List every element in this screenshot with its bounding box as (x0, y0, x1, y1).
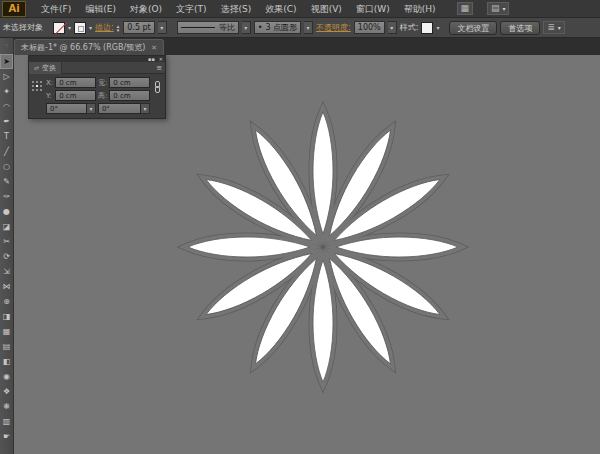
menu-item-2[interactable]: 对象(O) (123, 0, 169, 18)
y-field[interactable]: 0 cm (55, 90, 96, 101)
canvas-area[interactable]: ▪▪ ✕ ⇄ 变换 ≡ (14, 55, 600, 454)
perspective-grid-tool[interactable]: ▦ (0, 324, 13, 339)
eyedropper-tool[interactable]: ◉ (0, 369, 13, 384)
y-label: Y: (46, 92, 53, 100)
profile-label: 等比 (219, 22, 235, 34)
selection-tool[interactable]: ➤ (0, 54, 13, 69)
menu-item-4[interactable]: 选择(S) (214, 0, 259, 18)
type-tool[interactable]: T (0, 129, 13, 144)
control-bar: 未选择对象 ▾ ▾ 描边: ▴▾ 0.5 pt▾ 等比▾ •3 点圆形▾ 不透明… (0, 18, 600, 38)
rotate-dropdown[interactable]: ▾ (87, 103, 96, 114)
menu-item-7[interactable]: 窗口(W) (349, 0, 397, 18)
menubar-right-icons: ▦ ▤ ▾ (457, 2, 510, 15)
brush-dot-icon: • (258, 22, 263, 34)
transform-panel: ▪▪ ✕ ⇄ 变换 ≡ (28, 55, 166, 119)
paintbrush-tool[interactable]: ✑ (0, 189, 13, 204)
constrain-proportions-icon[interactable] (153, 81, 162, 97)
height-field[interactable]: 0 cm (109, 90, 150, 101)
style-dropdown-icon[interactable]: ▾ (436, 24, 439, 31)
scale-tool[interactable]: ⇲ (0, 264, 13, 279)
stroke-width-stepper[interactable]: ▴▾ (117, 24, 120, 32)
preferences-button[interactable]: 首选项 (500, 21, 540, 35)
profile-dropdown[interactable]: ▾ (242, 21, 251, 34)
hand-tool[interactable]: ☛ (0, 429, 13, 444)
stroke-panel-link[interactable]: 描边: (95, 22, 114, 33)
free-transform-tool[interactable]: ⊕ (0, 294, 13, 309)
chevron-down-icon: ▾ (502, 5, 505, 12)
stroke-color-swatch[interactable] (74, 22, 86, 34)
toolbar-grip[interactable]: ⁘ (0, 38, 13, 54)
chevron-down-icon: ▾ (307, 24, 310, 31)
brush-dropdown[interactable]: ▾ (304, 21, 313, 34)
blob-brush-tool[interactable]: ● (0, 204, 13, 219)
opacity-dropdown[interactable]: ▾ (388, 21, 397, 34)
opacity-panel-link[interactable]: 不透明度: (316, 22, 351, 33)
document-setup-button[interactable]: 文档设置 (449, 21, 497, 35)
shear-dropdown[interactable]: ▾ (141, 103, 150, 114)
rotate-tool[interactable]: ⟳ (0, 249, 13, 264)
shape-builder-tool[interactable]: ◨ (0, 309, 13, 324)
pen-tool[interactable]: ✒ (0, 114, 13, 129)
stroke-profile-field[interactable]: 等比 (177, 21, 239, 34)
width-label: 宽: (98, 78, 107, 88)
ellipse-tool[interactable]: ○ (0, 159, 13, 174)
opacity-field[interactable]: 100% (354, 21, 385, 34)
eraser-tool[interactable]: ◪ (0, 219, 13, 234)
menu-item-0[interactable]: 文件(F) (34, 0, 78, 18)
transform-panel-body: X: 0 cm 宽: 0 cm Y: 0 cm 高: 0 cm 0° ▾ (29, 74, 165, 118)
workspace-icon-glyph: ▤ (491, 3, 500, 13)
style-label: 样式: (400, 22, 419, 33)
menu-item-1[interactable]: 编辑(E) (78, 0, 123, 18)
fill-dropdown-icon[interactable]: ▾ (68, 24, 71, 31)
menu-item-6[interactable]: 视图(V) (304, 0, 349, 18)
menu-items: 文件(F)编辑(E)对象(O)文字(T)选择(S)效果(C)视图(V)窗口(W)… (34, 0, 443, 18)
menu-item-5[interactable]: 效果(C) (258, 0, 303, 18)
menu-item-3[interactable]: 文字(T) (169, 0, 214, 18)
x-label: X: (46, 79, 53, 87)
transform-panel-tab[interactable]: ⇄ 变换 (29, 62, 62, 74)
shear-combo[interactable]: 0° ▾ (98, 103, 150, 114)
transform-tab-icon: ⇄ (34, 64, 39, 71)
line-segment-tool[interactable]: ╱ (0, 144, 13, 159)
shear-field[interactable]: 0° (98, 103, 141, 114)
panel-menu-icon[interactable]: ≡ (156, 64, 165, 72)
toolbar-tools: ➤▷✦◠✒T╱○✎✑●◪✂⟳⇲⋈⊕◨▦▤◧◉❖❋▥☛ (0, 54, 13, 444)
menu-bar: Ai 文件(F)编辑(E)对象(O)文字(T)选择(S)效果(C)视图(V)窗口… (0, 0, 600, 18)
rotate-field[interactable]: 0° (46, 103, 87, 114)
bridge-icon[interactable]: ▦ (457, 2, 474, 15)
stepper-down-icon[interactable]: ▾ (117, 28, 120, 32)
document-tab[interactable]: 未标题-1* @ 66.67% (RGB/预览) ✕ (14, 39, 164, 55)
stroke-width-field[interactable]: 0.5 pt (123, 21, 154, 34)
chevron-down-icon: ▾ (244, 24, 247, 31)
stroke-width-dropdown[interactable]: ▾ (158, 21, 167, 34)
stroke-dropdown-icon[interactable]: ▾ (89, 24, 92, 31)
close-panel-icon[interactable]: ✕ (159, 57, 163, 62)
profile-line-icon (181, 27, 215, 28)
menu-item-8[interactable]: 帮助(H) (397, 0, 443, 18)
width-tool[interactable]: ⋈ (0, 279, 13, 294)
fill-color-swatch[interactable] (53, 22, 65, 34)
scissors-tool[interactable]: ✂ (0, 234, 13, 249)
style-swatch[interactable] (421, 22, 433, 34)
app-logo-icon: Ai (2, 1, 26, 17)
gradient-tool[interactable]: ◧ (0, 354, 13, 369)
workspace-switcher-icon[interactable]: ▤ ▾ (487, 2, 509, 15)
symbol-sprayer-tool[interactable]: ❋ (0, 399, 13, 414)
rotate-combo[interactable]: 0° ▾ (46, 103, 96, 114)
blend-tool[interactable]: ❖ (0, 384, 13, 399)
reference-point-locator[interactable] (32, 81, 43, 92)
magic-wand-tool[interactable]: ✦ (0, 84, 13, 99)
brush-definition-field[interactable]: •3 点圆形 (254, 21, 301, 34)
column-graph-tool[interactable]: ▥ (0, 414, 13, 429)
lasso-tool[interactable]: ◠ (0, 99, 13, 114)
close-icon[interactable]: ✕ (151, 44, 157, 52)
pencil-tool[interactable]: ✎ (0, 174, 13, 189)
x-field[interactable]: 0 cm (55, 77, 96, 88)
width-field[interactable]: 0 cm (109, 77, 150, 88)
collapse-panel-icon[interactable]: ▪▪ (148, 57, 155, 62)
mesh-tool[interactable]: ▤ (0, 339, 13, 354)
document-tab-bar: 未标题-1* @ 66.67% (RGB/预览) ✕ (14, 38, 600, 55)
selection-status-label: 未选择对象 (3, 22, 43, 33)
control-panel-menu-icon[interactable]: ≣ ▾ (543, 21, 564, 34)
direct-selection-tool[interactable]: ▷ (0, 69, 13, 84)
